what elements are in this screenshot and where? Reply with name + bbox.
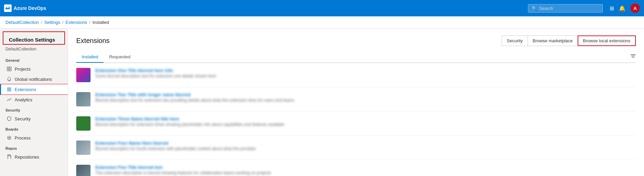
extension-icon-2 (76, 92, 91, 106)
svg-rect-3 (10, 69, 11, 71)
sidebar: Collection Settings DefaultCollection Ge… (0, 29, 68, 176)
extension-name-4[interactable]: Extension Four Name Here blurred (95, 141, 636, 146)
svg-rect-0 (7, 67, 9, 69)
search-icon: 🔍 (532, 6, 537, 11)
content-actions: Security Browse marketplace Browse local… (502, 35, 636, 46)
content-header: Extensions Security Browse marketplace B… (76, 35, 636, 46)
sidebar-item-process-label: Process (15, 135, 31, 141)
sep-1: / (41, 20, 42, 25)
extension-name-5[interactable]: Extension Five Title blurred text (95, 165, 636, 170)
app-logo[interactable]: Azure DevOps (4, 4, 46, 12)
tab-installed[interactable]: Installed (76, 52, 103, 63)
breadcrumb-item-3[interactable]: Extensions (66, 20, 87, 25)
search-input[interactable] (539, 6, 599, 11)
sidebar-item-repositories-label: Repositories (15, 155, 39, 160)
extension-icon-3 (76, 116, 91, 131)
extension-name-3[interactable]: Extension Three Name blurred title here (95, 116, 636, 121)
notifications-icon (6, 76, 12, 82)
extensions-icon (6, 87, 12, 92)
breadcrumb: DefaultCollection / Settings / Extension… (0, 16, 644, 29)
sidebar-item-projects[interactable]: Projects (0, 64, 68, 74)
sidebar-subtitle: DefaultCollection (0, 46, 68, 55)
sidebar-section-boards: Boards (0, 124, 68, 133)
sidebar-item-process[interactable]: Process (0, 133, 68, 143)
projects-icon (6, 66, 12, 72)
extension-item-4: Extension Four Name Here blurred Blurred… (76, 136, 636, 160)
extension-info-3: Extension Three Name blurred title here … (95, 116, 636, 127)
logo-icon (4, 4, 12, 12)
sidebar-title: Collection Settings (3, 31, 65, 45)
extension-desc-4: Blurred description for fourth extension… (95, 146, 636, 151)
security-icon (6, 116, 12, 121)
extension-item-2: Extension Two Title with longer name blu… (76, 87, 636, 112)
extension-desc-2: Blurred description text for extension t… (95, 98, 636, 103)
repo-icon (6, 154, 12, 160)
svg-rect-6 (7, 90, 9, 91)
filter-icon[interactable] (630, 54, 636, 60)
extension-info-4: Extension Four Name Here blurred Blurred… (95, 141, 636, 151)
sidebar-section-repos: Repos (0, 143, 68, 152)
extension-info-5: Extension Five Title blurred text This e… (95, 165, 636, 175)
app-name: Azure DevOps (14, 5, 46, 11)
extension-name-2[interactable]: Extension Two Title with longer name blu… (95, 92, 636, 97)
extension-desc-3: Blurred description for extension three … (95, 122, 636, 127)
extension-item-5: Extension Five Title blurred text This e… (76, 160, 636, 176)
extension-icon-4 (76, 141, 91, 155)
tab-requested[interactable]: Requested (103, 52, 136, 63)
analytics-icon (6, 97, 12, 102)
sidebar-item-global-notifications[interactable]: Global notifications (0, 74, 68, 84)
search-box[interactable]: 🔍 (528, 4, 603, 13)
top-bar: Azure DevOps 🔍 ⊞ 🔔 A (0, 0, 644, 16)
extension-item-3: Extension Three Name blurred title here … (76, 112, 636, 136)
process-icon (6, 135, 12, 141)
bell-icon[interactable]: 🔔 (617, 4, 627, 13)
sep-2: / (62, 20, 64, 25)
sidebar-section-general: General (0, 55, 68, 64)
grid-icon[interactable]: ⊞ (608, 4, 615, 13)
breadcrumb-item-1[interactable]: DefaultCollection (5, 20, 39, 25)
user-avatar[interactable]: A (630, 3, 640, 13)
sidebar-item-analytics-label: Analytics (15, 97, 32, 102)
sep-3: / (89, 20, 91, 25)
page-title: Extensions (76, 37, 110, 45)
extension-name-1[interactable]: Extension One Title blurred here info (95, 68, 636, 73)
main-layout: Collection Settings DefaultCollection Ge… (0, 29, 644, 176)
svg-point-9 (9, 137, 10, 138)
sidebar-section-security: Security (0, 105, 68, 114)
sidebar-item-repositories[interactable]: Repositories (0, 152, 68, 162)
browse-local-extensions-button[interactable]: Browse local extensions (578, 35, 636, 46)
svg-rect-1 (10, 67, 11, 69)
content-area: Extensions Security Browse marketplace B… (68, 29, 644, 176)
breadcrumb-current: Installed (93, 20, 109, 25)
extension-icon-1 (76, 68, 91, 82)
security-button[interactable]: Security (502, 35, 528, 46)
extension-info-2: Extension Two Title with longer name blu… (95, 92, 636, 103)
extension-item-1: Extension One Title blurred here info So… (76, 63, 636, 87)
sidebar-item-security-label: Security (15, 116, 31, 121)
svg-rect-7 (10, 90, 11, 91)
extension-list: Extension One Title blurred here info So… (76, 63, 636, 176)
extension-info-1: Extension One Title blurred here info So… (95, 68, 636, 78)
filter-area (630, 52, 636, 62)
svg-rect-4 (7, 88, 9, 89)
sidebar-item-projects-label: Projects (15, 67, 31, 72)
browse-marketplace-button[interactable]: Browse marketplace (528, 35, 578, 46)
tabs-row: Installed Requested (76, 52, 636, 63)
sidebar-item-security[interactable]: Security (0, 114, 68, 124)
extension-desc-5: This extension description is blurred sh… (95, 171, 636, 175)
sidebar-item-notifications-label: Global notifications (15, 77, 52, 82)
extension-icon-5 (76, 165, 91, 176)
extension-desc-1: Some blurred description text for extens… (95, 74, 636, 78)
sidebar-item-extensions[interactable]: Extensions (0, 84, 68, 94)
svg-rect-5 (10, 88, 11, 89)
sidebar-item-extensions-label: Extensions (15, 87, 36, 92)
tabs: Installed Requested (76, 52, 136, 62)
top-bar-icons: ⊞ 🔔 A (608, 3, 640, 13)
breadcrumb-item-2[interactable]: Settings (44, 20, 60, 25)
svg-rect-2 (7, 69, 9, 71)
sidebar-item-analytics[interactable]: Analytics (0, 94, 68, 105)
